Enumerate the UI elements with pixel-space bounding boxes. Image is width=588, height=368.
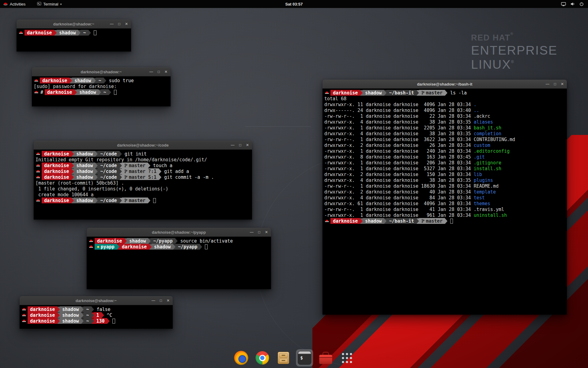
maximize-button[interactable]: □ bbox=[554, 80, 556, 88]
git-branch-icon bbox=[421, 91, 424, 95]
window-titlebar[interactable]: darknoise@shadow:~—□✕ bbox=[17, 20, 131, 29]
close-button[interactable]: ✕ bbox=[265, 228, 268, 236]
drawer bbox=[279, 358, 288, 363]
minimize-button[interactable]: — bbox=[250, 228, 254, 236]
file-entry-details: -rw-rw-r--. 1 darknoise darknoise 41 Jan… bbox=[324, 207, 474, 212]
segment-text: ~ bbox=[104, 90, 106, 95]
file-entry-details: -rw-rw-r--. 1 darknoise darknoise 3622 J… bbox=[324, 137, 474, 142]
close-button[interactable]: ✕ bbox=[125, 20, 128, 28]
prompt-segment-err: 130 bbox=[94, 318, 107, 324]
segment-text: ~ bbox=[86, 318, 89, 324]
command-text: touch a bbox=[150, 163, 172, 168]
prompt-segment-host: shadow bbox=[60, 312, 81, 318]
segment-text: shadow bbox=[59, 30, 76, 36]
segment-text: shadow bbox=[154, 244, 171, 250]
segment-text: shadow bbox=[76, 163, 93, 168]
files-icon[interactable] bbox=[275, 349, 292, 366]
app-menu-button[interactable]: Terminal ▾ bbox=[34, 0, 65, 8]
command-text: source bin/activate bbox=[178, 238, 233, 244]
terminal-content[interactable]: darknoiseshadow~falsedarknoiseshadow~1^C… bbox=[20, 305, 173, 329]
prompt-segment-user: darknoise bbox=[28, 312, 57, 318]
prompt-segment-err: 1 bbox=[94, 312, 102, 318]
minimize-button[interactable]: — bbox=[231, 141, 235, 149]
screen-icon[interactable] bbox=[561, 2, 566, 6]
terminal-line: darknoiseshadow~ bbox=[17, 30, 131, 36]
prompt-segment-host: shadow bbox=[74, 151, 95, 157]
chrome-icon[interactable] bbox=[254, 349, 271, 366]
terminal-content[interactable]: darknoiseshadow~/codegit initInitialized… bbox=[34, 150, 252, 220]
prompt-segment-host: shadow bbox=[74, 197, 95, 203]
prompt-segment-user: darknoise bbox=[42, 151, 71, 157]
firefox-icon[interactable] bbox=[233, 349, 250, 366]
prompt-segment-host: shadow bbox=[60, 318, 81, 324]
window-titlebar[interactable]: darknoise@shadow:~/code—□✕ bbox=[34, 141, 252, 150]
activities-button[interactable]: Activities bbox=[0, 0, 28, 8]
maximize-button[interactable]: □ bbox=[160, 296, 162, 305]
window-titlebar[interactable]: darknoise@shadow:~—□✕ bbox=[32, 67, 171, 76]
segment-text: ~ bbox=[86, 312, 89, 318]
minimize-button[interactable]: — bbox=[546, 80, 549, 88]
segment-text: shadow bbox=[76, 174, 93, 180]
segment-text: darknoise bbox=[44, 169, 69, 174]
file-entry-details: drwx------. 24 darknoise darknoise 4096 … bbox=[324, 108, 474, 113]
terminal-content[interactable]: darknoiseshadow~/bash-itmasterls -latota… bbox=[322, 89, 567, 315]
prompt-segment-host: shadow bbox=[152, 244, 173, 250]
window-titlebar[interactable]: darknoise@shadow:~/bash-it—□✕ bbox=[322, 80, 567, 89]
window-titlebar[interactable]: darknoise@shadow:~/pyapp—□✕ bbox=[87, 228, 271, 237]
minimize-button[interactable]: — bbox=[149, 67, 153, 76]
volume-icon[interactable] bbox=[570, 2, 575, 6]
segment-text: master ?:1 bbox=[129, 169, 156, 174]
terminal-line: create mode 100644 a bbox=[34, 192, 252, 197]
file-name: bash_it.sh bbox=[474, 125, 501, 131]
desktop[interactable]: { "topbar": { "activities_label": "Activ… bbox=[0, 0, 588, 368]
close-button[interactable]: ✕ bbox=[164, 67, 168, 76]
segment-text: ~/pyapp bbox=[153, 238, 172, 244]
toolbox-icon[interactable] bbox=[317, 349, 334, 366]
prompt-segment-branch: master bbox=[122, 163, 148, 168]
file-entry-details: drwxrwxr-x. 61 darknoise darknoise 4096 … bbox=[324, 201, 474, 206]
close-button[interactable]: ✕ bbox=[246, 141, 249, 149]
powerline-arrow bbox=[92, 307, 94, 312]
file-entry-details: drwxrwxr-x. 2 darknoise darknoise 40 Jan… bbox=[324, 189, 474, 195]
file-entry-details: drwxrwxr-x. 8 darknoise darknoise 163 Ja… bbox=[324, 154, 474, 160]
powerline-arrow bbox=[445, 90, 447, 96]
terminal-line: darknoiseshadow~/codemaster bbox=[34, 197, 252, 203]
maximize-button[interactable]: □ bbox=[118, 20, 120, 28]
prompt-segment-path: ~/bash-it bbox=[386, 218, 416, 224]
segment-text: shadow bbox=[74, 78, 91, 83]
prompt-segment-path: ~ bbox=[84, 312, 91, 318]
minimize-button[interactable]: — bbox=[110, 20, 114, 28]
powerline-arrow bbox=[99, 90, 101, 95]
clock[interactable]: Sat 03:57 bbox=[285, 2, 303, 6]
prompt-segment-user: darknoise bbox=[45, 89, 74, 95]
file-name: .. bbox=[474, 108, 479, 113]
terminal-content[interactable]: darknoiseshadow~sudo true[sudo] password… bbox=[32, 76, 171, 106]
window-titlebar[interactable]: darknoise@shadow:~—□✕ bbox=[20, 296, 173, 305]
terminal-content[interactable]: darknoiseshadow~ bbox=[17, 29, 131, 52]
terminal-line: darknoiseshadow~false bbox=[20, 306, 173, 312]
segment-text: shadow bbox=[62, 318, 79, 324]
terminal-icon[interactable]: $ bbox=[296, 349, 313, 366]
close-button[interactable]: ✕ bbox=[561, 80, 564, 88]
file-name: aliases bbox=[474, 119, 493, 125]
segment-text: master bbox=[129, 198, 145, 203]
segment-text: ~ bbox=[98, 78, 101, 83]
maximize-button[interactable]: □ bbox=[258, 228, 260, 236]
terminal-line: #darknoiseshadow~ bbox=[32, 89, 171, 95]
terminal-content[interactable]: darknoiseshadow~/pyappsource bin/activat… bbox=[87, 237, 271, 289]
app-grid-icon[interactable] bbox=[338, 349, 356, 366]
maximize-button[interactable]: □ bbox=[158, 67, 160, 76]
terminal-line: ●pyappdarknoiseshadow~/pyapp bbox=[87, 244, 271, 250]
terminal-window-home-1: darknoise@shadow:~—□✕darknoiseshadow~ bbox=[17, 20, 131, 52]
output-text: [master (root-commit) 50bcb63] . bbox=[36, 180, 124, 186]
close-button[interactable]: ✕ bbox=[167, 296, 170, 305]
minimize-button[interactable]: — bbox=[152, 296, 155, 305]
segment-text: shadow bbox=[129, 238, 146, 244]
file-name: .gitignore bbox=[474, 160, 501, 166]
terminal-line: drwxrwxr-x. 8 darknoise darknoise 163 Ja… bbox=[322, 154, 567, 160]
power-icon[interactable] bbox=[579, 2, 584, 6]
command-text: sudo true bbox=[106, 78, 134, 83]
maximize-button[interactable]: □ bbox=[239, 141, 241, 149]
redhat-icon bbox=[325, 91, 329, 94]
file-name: .git bbox=[474, 154, 485, 160]
